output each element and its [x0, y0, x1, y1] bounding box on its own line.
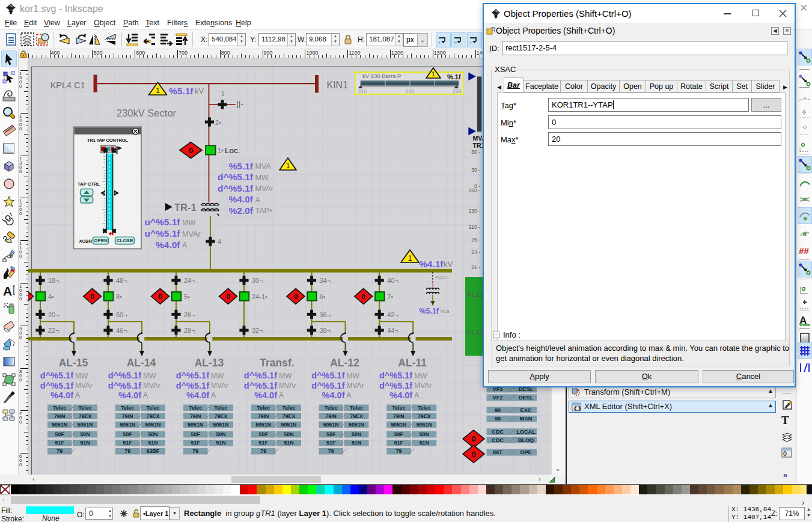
- svg-text:62BF: 62BF: [147, 448, 160, 454]
- svg-text:230: 230: [406, 88, 414, 94]
- svg-text:1•: 1•: [218, 147, 224, 154]
- svg-text:u^%5.1f: u^%5.1f: [144, 228, 180, 238]
- svg-text:CDC: CDC: [492, 437, 504, 443]
- svg-text:51N: 51N: [216, 440, 225, 446]
- svg-text:MVAr: MVAr: [75, 381, 93, 390]
- svg-text:79: 79: [396, 448, 402, 454]
- svg-text:d^%5.1f: d^%5.1f: [176, 381, 209, 390]
- svg-text:4: 4: [218, 238, 221, 245]
- svg-text:30 -: 30 -: [471, 167, 480, 173]
- svg-text:A: A: [255, 196, 261, 204]
- svg-text:%4.0f: %4.0f: [229, 194, 254, 204]
- svg-text:51N: 51N: [80, 440, 90, 446]
- svg-text:50F: 50F: [394, 431, 404, 437]
- svg-text:OPEN: OPEN: [94, 238, 108, 243]
- svg-text:23 -: 23 -: [471, 249, 480, 255]
- svg-text:5051N: 5051N: [391, 422, 406, 428]
- svg-text:51F: 51F: [326, 440, 336, 446]
- svg-text:d^%5.1f: d^%5.1f: [40, 381, 73, 390]
- svg-text:79: 79: [328, 448, 334, 454]
- svg-text:d^%5.1f: d^%5.1f: [218, 172, 254, 182]
- svg-text:51N: 51N: [148, 440, 157, 446]
- svg-text:MVAr: MVAr: [347, 381, 364, 390]
- svg-text:A: A: [3, 284, 12, 297]
- svg-text:79: 79: [260, 448, 266, 454]
- svg-text:250 -: 250 -: [469, 187, 481, 193]
- svg-text:d^%5.1f: d^%5.1f: [108, 371, 141, 380]
- svg-text:MVAr: MVAr: [143, 381, 160, 390]
- svg-text:TAP•: TAP•: [255, 207, 272, 215]
- svg-text:MAN: MAN: [520, 416, 533, 422]
- svg-text:22¬: 22¬: [48, 327, 60, 334]
- svg-text:5051N: 5051N: [417, 422, 432, 428]
- svg-text:AL-12: AL-12: [330, 357, 359, 369]
- svg-text:18¬: 18¬: [48, 277, 60, 284]
- svg-text:d^%5.1f: d^%5.1f: [218, 183, 254, 193]
- svg-text:%4.0f: %4.0f: [254, 390, 277, 400]
- svg-text:%4.0f: %4.0f: [50, 390, 73, 400]
- svg-text:48¬: 48¬: [116, 277, 127, 284]
- svg-text:79EX: 79EX: [350, 413, 363, 419]
- svg-text:Telec: Telec: [325, 405, 338, 411]
- svg-text:32¬: 32¬: [252, 327, 263, 334]
- svg-text:7•: 7•: [387, 293, 393, 300]
- svg-text:79IN: 79IN: [393, 413, 404, 419]
- svg-text:%5.1f: %5.1f: [169, 86, 194, 96]
- svg-text:5051N: 5051N: [281, 422, 297, 428]
- svg-text:VF2: VF2: [493, 395, 503, 401]
- svg-text:AL-11: AL-11: [398, 357, 427, 369]
- svg-text:1: 1: [286, 162, 290, 170]
- svg-text:AL-15: AL-15: [59, 357, 88, 369]
- svg-text:51F: 51F: [259, 440, 269, 446]
- svg-text:50F: 50F: [259, 431, 269, 437]
- svg-text:79EX: 79EX: [79, 413, 92, 419]
- svg-text:DESL: DESL: [519, 395, 534, 401]
- svg-text:79: 79: [124, 448, 130, 454]
- svg-text:MW: MW: [347, 372, 360, 380]
- svg-text:50N: 50N: [80, 431, 90, 437]
- svg-text:Telec: Telec: [282, 405, 296, 411]
- svg-text:50F: 50F: [191, 431, 201, 437]
- svg-text:5051N: 5051N: [188, 422, 203, 428]
- svg-text:MW: MW: [143, 372, 156, 380]
- svg-text:MVAr: MVAr: [255, 184, 273, 193]
- svg-text:50F: 50F: [326, 431, 336, 437]
- svg-text:Telec: Telec: [257, 405, 270, 411]
- svg-text:51F: 51F: [123, 440, 133, 446]
- svg-text:79EX: 79EX: [282, 413, 296, 419]
- svg-text:%4.0f: %4.0f: [389, 390, 412, 400]
- svg-text:6•: 6•: [320, 293, 326, 300]
- svg-text:AL13: AL13: [467, 329, 483, 336]
- svg-text:5051N: 5051N: [255, 422, 271, 428]
- svg-text:1: 1: [432, 71, 435, 77]
- svg-text:4•: 4•: [48, 293, 54, 300]
- svg-text:Vса: Vса: [440, 308, 450, 314]
- svg-text:〈〉: 〈〉: [783, 451, 787, 457]
- svg-text:0: 0: [90, 293, 94, 301]
- svg-text:KIN1: KIN1: [327, 80, 349, 90]
- svg-text:A: A: [347, 391, 352, 399]
- svg-text:A: A: [75, 391, 80, 399]
- svg-text:0: 0: [158, 293, 162, 301]
- svg-text:25 -: 25 -: [471, 237, 480, 243]
- svg-text:60 -: 60 -: [471, 149, 480, 155]
- svg-text:MVAr: MVAr: [211, 381, 228, 390]
- svg-text:86T: 86T: [493, 449, 502, 455]
- svg-text:MVA: MVA: [255, 162, 272, 171]
- svg-text:51F: 51F: [394, 440, 404, 446]
- svg-text:8•: 8•: [116, 293, 122, 300]
- svg-text:TR-1: TR-1: [174, 202, 197, 213]
- svg-text:90: 90: [495, 407, 501, 413]
- svg-text:%2.0f: %2.0f: [229, 205, 254, 216]
- svg-text:d^%5.1f: d^%5.1f: [379, 371, 412, 380]
- svg-text:d^%5.1f: d^%5.1f: [311, 371, 344, 380]
- svg-text:5051N: 5051N: [78, 422, 93, 428]
- svg-text:Telec: Telec: [53, 405, 66, 411]
- svg-text:Telec: Telec: [121, 405, 134, 411]
- svg-text:210 -: 210 -: [469, 224, 481, 230]
- svg-text:A: A: [414, 391, 419, 399]
- svg-text:d^%5.1f: d^%5.1f: [379, 381, 412, 390]
- svg-text:1: 1: [221, 91, 225, 97]
- svg-text:CDC: CDC: [492, 429, 504, 435]
- svg-text:AL-13: AL-13: [195, 357, 224, 369]
